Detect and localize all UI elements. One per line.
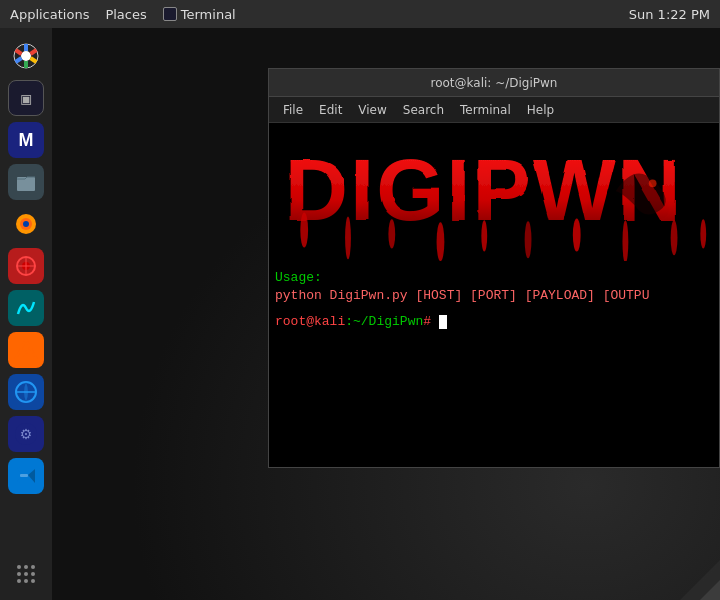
svg-point-36: [671, 220, 678, 255]
svg-point-24: [17, 579, 21, 583]
topbar-terminal[interactable]: Terminal: [163, 7, 236, 22]
app-grid-icon[interactable]: [8, 556, 44, 592]
svg-point-20: [31, 565, 35, 569]
terminal-title: root@kali: ~/DigiPwn: [431, 76, 558, 90]
svg-point-23: [31, 572, 35, 576]
svg-point-25: [24, 579, 28, 583]
usage-cmd-line: python DigiPwn.py [HOST] [PORT] [PAYLOAD…: [275, 287, 713, 305]
svg-text:⚙: ⚙: [20, 426, 33, 442]
terminal-dock-icon[interactable]: ▣: [8, 80, 44, 116]
menu-edit[interactable]: Edit: [313, 101, 348, 119]
topbar-left: Applications Places Terminal: [10, 7, 236, 22]
application-dock: ▣ M ⚡: [0, 28, 52, 600]
vscode-dock-icon[interactable]: [8, 458, 44, 494]
mail-dock-icon[interactable]: M: [8, 122, 44, 158]
svg-point-34: [573, 218, 581, 251]
terminal-body[interactable]: DIGIPWN Usage: python Digi: [269, 123, 719, 467]
prompt-char: #: [423, 314, 439, 329]
menu-file[interactable]: File: [277, 101, 309, 119]
terminal-menubar: File Edit View Search Terminal Help: [269, 97, 719, 123]
svg-point-38: [649, 179, 657, 187]
svg-rect-17: [20, 474, 28, 477]
menu-terminal[interactable]: Terminal: [454, 101, 517, 119]
svg-point-29: [345, 216, 351, 259]
terminal-titlebar: root@kali: ~/DigiPwn: [269, 69, 719, 97]
svg-point-18: [17, 565, 21, 569]
topbar-applications[interactable]: Applications: [10, 7, 89, 22]
corner-decoration: [640, 520, 720, 600]
topbar-clock: Sun 1:22 PM: [629, 7, 710, 22]
svg-point-37: [700, 219, 706, 248]
svg-point-22: [24, 572, 28, 576]
svg-point-19: [24, 565, 28, 569]
svg-point-2: [22, 52, 30, 60]
terminal-window: root@kali: ~/DigiPwn File Edit View Sear…: [268, 68, 720, 468]
files-dock-icon[interactable]: [8, 164, 44, 200]
svg-point-32: [481, 220, 487, 251]
terminal-tiny-icon: [163, 7, 177, 21]
terminal-prompt-line: root@kali:~/DigiPwn#: [275, 313, 713, 331]
svg-point-30: [388, 219, 395, 248]
cursor-blink: [439, 315, 447, 329]
browser-dock-icon[interactable]: [8, 374, 44, 410]
scanner-dock-icon[interactable]: [8, 248, 44, 284]
usage-line: Usage:: [275, 269, 713, 287]
svg-text:⚡: ⚡: [22, 347, 29, 358]
menu-view[interactable]: View: [352, 101, 392, 119]
svg-point-6: [23, 221, 29, 227]
svg-point-28: [300, 213, 308, 248]
svg-point-21: [17, 572, 21, 576]
svg-point-26: [31, 579, 35, 583]
chrome-dock-icon[interactable]: [8, 38, 44, 74]
prompt-user: root@kali: [275, 314, 345, 329]
kali-dock-icon[interactable]: ⚙: [8, 416, 44, 452]
menu-search[interactable]: Search: [397, 101, 450, 119]
wireshark-dock-icon[interactable]: [8, 290, 44, 326]
system-topbar: Applications Places Terminal Sun 1:22 PM: [0, 0, 720, 28]
prompt-path: :~/DigiPwn: [345, 314, 423, 329]
topbar-places[interactable]: Places: [105, 7, 146, 22]
burpsuite-dock-icon[interactable]: ⚡: [8, 332, 44, 368]
firefox-dock-icon[interactable]: [8, 206, 44, 242]
logo-area: DIGIPWN: [275, 131, 713, 261]
svg-point-31: [437, 222, 445, 261]
menu-help[interactable]: Help: [521, 101, 560, 119]
svg-point-33: [525, 221, 532, 258]
